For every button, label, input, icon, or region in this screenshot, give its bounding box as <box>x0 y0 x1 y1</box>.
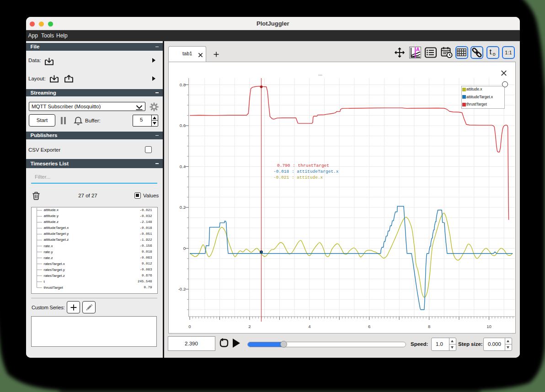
svg-text:-0.2: -0.2 <box>178 286 186 291</box>
svg-text:0: 0 <box>183 246 186 251</box>
svg-text:6: 6 <box>368 324 370 329</box>
svg-text:-0.018 : attitudeTarget.x: -0.018 : attitudeTarget.x <box>273 169 339 174</box>
svg-text:0.790 : thrustTarget: 0.790 : thrustTarget <box>277 163 329 168</box>
svg-text:0: 0 <box>188 324 191 329</box>
svg-text:A: A <box>416 47 420 52</box>
svg-text:2: 2 <box>248 324 251 329</box>
svg-text:4: 4 <box>308 324 310 329</box>
svg-text:0.8: 0.8 <box>180 82 186 87</box>
svg-text:10: 10 <box>486 324 492 329</box>
svg-text:8: 8 <box>428 324 430 329</box>
svg-text:-0.021 : attitude.x: -0.021 : attitude.x <box>273 175 323 180</box>
svg-text:0.2: 0.2 <box>180 205 186 210</box>
svg-text:0.6: 0.6 <box>180 123 186 128</box>
svg-text:0.4: 0.4 <box>180 164 186 169</box>
